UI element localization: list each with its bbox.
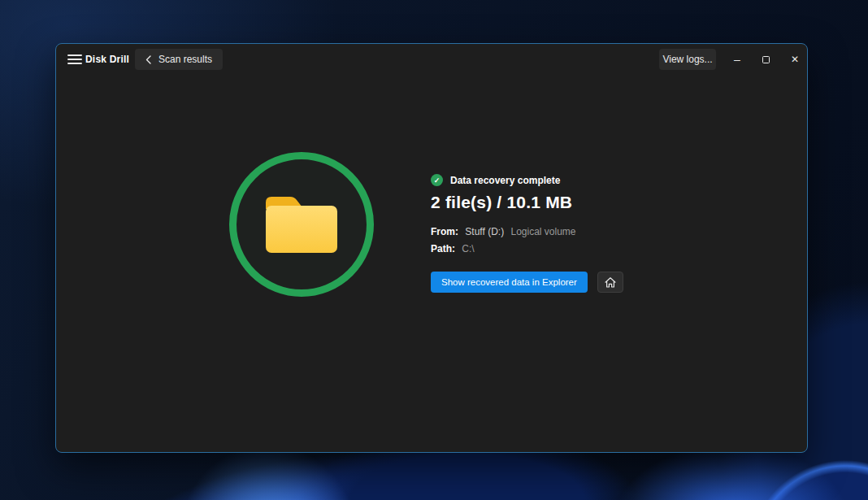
recovery-summary: 2 file(s) / 10.1 MB [431, 193, 572, 212]
from-kind: Logical volume [510, 226, 575, 237]
from-volume: Stuff (D:) [465, 226, 504, 237]
screen: Disk Drill Scan results View logs... – ✕ [0, 0, 868, 500]
from-label: From: [431, 226, 458, 237]
back-to-scan-results-button[interactable]: Scan results [135, 49, 223, 70]
home-icon [604, 276, 617, 289]
status-text: Data recovery complete [450, 175, 560, 186]
path-row: Path: C:\ [431, 243, 475, 254]
view-logs-button[interactable]: View logs... [659, 49, 716, 70]
check-icon: ✓ [431, 174, 443, 186]
action-row: Show recovered data in Explorer [431, 272, 623, 293]
path-label: Path: [431, 243, 455, 254]
view-logs-label: View logs... [662, 54, 712, 65]
hamburger-menu-icon[interactable] [67, 54, 82, 64]
titlebar[interactable]: Disk Drill Scan results View logs... – ✕ [56, 44, 807, 75]
maximize-button[interactable] [753, 49, 778, 70]
path-value: C:\ [462, 243, 474, 254]
recovery-success-circle [229, 152, 374, 297]
minimize-button[interactable]: – [725, 49, 749, 70]
back-button-label: Scan results [158, 54, 212, 65]
maximize-icon [762, 56, 770, 63]
chevron-left-icon [145, 55, 151, 64]
disk-drill-window: Disk Drill Scan results View logs... – ✕ [55, 43, 808, 453]
close-icon: ✕ [791, 54, 799, 65]
app-title: Disk Drill [85, 54, 129, 65]
show-recovered-data-button[interactable]: Show recovered data in Explorer [431, 272, 588, 293]
from-row: From: Stuff (D:) Logical volume [431, 226, 576, 237]
status-row: ✓ Data recovery complete [431, 174, 560, 186]
home-button[interactable] [597, 272, 623, 293]
folder-icon [259, 189, 344, 259]
minimize-icon: – [734, 53, 740, 66]
close-button[interactable]: ✕ [783, 49, 807, 70]
